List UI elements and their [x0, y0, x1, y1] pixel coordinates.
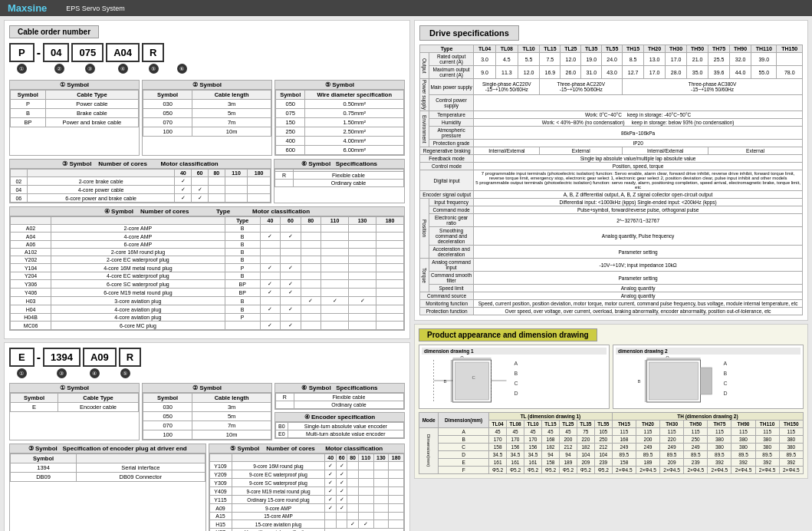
encoder-cores-table: ⑤ Symbol Number of cores Motor classific…	[209, 444, 406, 531]
svg-rect-17	[701, 368, 712, 394]
cable-type-table: ① Symbol SymbolCable Type PPower cable B…	[9, 80, 140, 156]
svg-text:B: B	[638, 379, 641, 384]
specs-table-e: ⑥ Symbol Specifications RFlexible cable …	[275, 383, 405, 410]
system-title: EPS Servo System	[66, 5, 125, 12]
encoder-cable-type-table: ① Symbol SymbolCable Type EEncoder cable	[9, 383, 140, 440]
svg-text:B: B	[724, 371, 728, 376]
type-header: Type	[420, 45, 474, 53]
code-p: P	[9, 43, 35, 62]
product-appearance-title: Product appearance and dimension drawing	[419, 328, 597, 341]
code-dash-1: -	[37, 46, 41, 60]
svg-text:C: C	[724, 381, 728, 386]
drawing-1-label: dimension drawing 1	[422, 348, 607, 355]
svg-text:A: A	[461, 356, 464, 358]
svg-text:B: B	[444, 379, 447, 384]
code-04: 04	[43, 43, 69, 62]
product-appearance-section: Product appearance and dimension drawing…	[414, 324, 808, 479]
code-1394: 1394	[43, 348, 81, 367]
num-cores-p-table: ③ Symbol Number of cores Motor classific…	[9, 159, 271, 203]
specs-table-p: ⑥ Symbol Specifications RFlexible cable …	[274, 159, 405, 203]
code-a04: A04	[106, 43, 140, 62]
code-r1: R	[142, 43, 164, 62]
code-e: E	[9, 348, 35, 367]
svg-text:C: C	[472, 375, 476, 380]
svg-text:A: A	[514, 361, 518, 366]
logo: Maxsine	[8, 2, 47, 14]
code-a09: A09	[83, 348, 117, 367]
svg-rect-16	[649, 362, 699, 400]
drive-spec-section: Drive specifications Type TL04 TL08 TL10…	[414, 20, 808, 321]
drawing-2-label: dimension drawing 2	[616, 348, 800, 355]
svg-text:D: D	[724, 391, 728, 396]
svg-text:A: A	[666, 356, 669, 358]
encoder-cable-section: E - 1394 A09 R ① ③ ④ ⑤ ① Symbol SymbolCa…	[4, 342, 410, 531]
encoder-plug-table: ③ Symbol Specification of encoder plug a…	[9, 444, 206, 531]
svg-rect-1	[455, 362, 489, 400]
wire-diam-table: ⑤ Symbol SymbolWire diameter specificati…	[275, 80, 405, 156]
top-header: Maxsine EPS Servo System	[0, 0, 812, 16]
cable-order-title: Cable order number	[9, 25, 99, 38]
encoder-spec-table: ④ Encoder specification B0Single-turn ab…	[275, 412, 405, 439]
encoder-length-table: ② Symbol SymbolCable length 0303m 0505m …	[142, 383, 272, 440]
dimension-drawing-2: dimension drawing 2 A B C D A	[613, 345, 804, 409]
drive-spec-title: Drive specifications	[419, 25, 519, 41]
svg-text:C: C	[514, 381, 518, 386]
svg-text:D: D	[514, 391, 518, 396]
code-075: 075	[71, 43, 104, 62]
code-r2: R	[119, 348, 141, 367]
cable-order-section: Cable order number P - 04 075 A04 R ① ② …	[4, 20, 410, 339]
motor-connectors-table: ④ Symbol Number of cores Type Motor clas…	[9, 206, 405, 331]
svg-text:B: B	[514, 371, 518, 376]
cable-length-table: ② Symbol SymbolCable length 0303m 0505m …	[142, 80, 272, 156]
svg-text:A: A	[724, 361, 728, 366]
dimension-drawing-1: dimension drawing 1 A B C	[419, 345, 610, 409]
